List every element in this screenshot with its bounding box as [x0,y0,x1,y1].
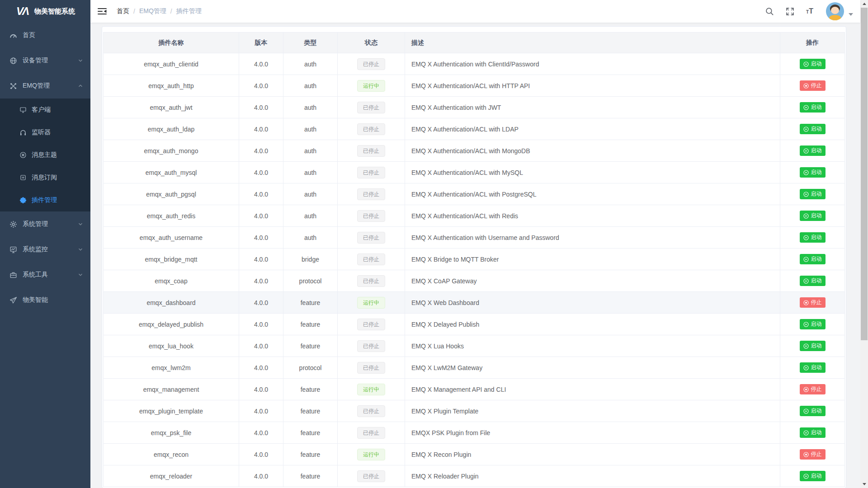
sidebar-item-label: 设备管理 [23,56,48,65]
plugin-name: emqx_auth_clientid [104,53,239,75]
start-button[interactable]: 启动 [800,167,826,178]
start-button[interactable]: 启动 [800,276,826,286]
plugin-name: emqx_auth_pgsql [104,183,239,205]
plugin-description: EMQ X CoAP Gateway [405,270,780,292]
table-row: emqx_delayed_publish4.0.0feature已停止EMQ X… [104,314,845,335]
column-header-name: 插件名称 [104,33,239,53]
stop-button[interactable]: 停止 [800,80,826,91]
start-button[interactable]: 启动 [800,341,826,351]
start-button[interactable]: 启动 [800,189,826,199]
column-header-type: 类型 [283,33,338,53]
chevron-down-icon [78,221,83,227]
stop-button[interactable]: 停止 [800,297,826,308]
plugin-type: feature [283,400,338,422]
status-badge: 已停止 [357,145,385,157]
scroll-down-button[interactable] [860,480,868,488]
plugin-name: emqx_coap [104,270,239,292]
table-row: emqx_auth_jwt4.0.0auth已停止EMQ X Authentic… [104,97,845,118]
font-size-button[interactable]: TT [804,5,815,17]
sidebar-item-plugins[interactable]: 插件管理 [0,189,90,211]
chevron-down-icon [78,58,83,63]
start-button[interactable]: 启动 [800,59,826,69]
sidebar-toggle-button[interactable] [90,0,114,23]
plugin-type: protocol [283,357,338,379]
breadcrumb-current-page: 插件管理 [176,7,202,15]
plugin-description: EMQ X Authentication/ACL with HTTP API [405,75,780,97]
stop-circle-icon [803,452,809,457]
button-label: 启动 [811,430,822,436]
plugin-name: emqx_psk_file [104,422,239,444]
sidebar-item-home[interactable]: 首页 [0,23,90,48]
sidebar-item-emq[interactable]: EMQ管理 [0,73,90,99]
sidebar-item-label: 消息订阅 [32,174,57,182]
plugin-name: emqx_lua_hook [104,335,239,357]
plugin-name: emqx_auth_ldap [104,118,239,140]
page-scrollbar[interactable] [860,0,868,488]
sidebar-item-label: 首页 [23,31,35,39]
plugin-version: 4.0.0 [239,162,283,183]
plugin-version: 4.0.0 [239,465,283,487]
gauge-icon [9,31,17,39]
table-row: emqx_lwm2m4.0.0protocol已停止EMQ X LwM2M Ga… [104,357,845,379]
button-label: 启动 [811,126,822,132]
search-button[interactable] [764,5,776,18]
start-button[interactable]: 启动 [800,406,826,416]
button-label: 停止 [811,386,822,392]
start-button[interactable]: 启动 [800,232,826,243]
plugin-description: EMQ X Web Dashboard [405,292,780,314]
plugin-name: emqx_recon [104,444,239,465]
avatar[interactable] [826,2,844,20]
start-button[interactable]: 启动 [800,319,826,329]
table-row: emqx_recon4.0.0feature运行中EMQ X Recon Plu… [104,444,845,465]
plugin-version: 4.0.0 [239,140,283,162]
breadcrumb-home[interactable]: 首页 [117,7,129,15]
status-badge: 运行中 [357,449,385,460]
play-circle-icon [803,61,809,67]
scroll-up-button[interactable] [860,0,868,8]
play-circle-icon [803,105,809,110]
start-button[interactable]: 启动 [800,254,826,264]
sidebar-item-listeners[interactable]: 监听器 [0,121,90,144]
sidebar-item-topics[interactable]: 消息主题 [0,144,90,166]
scrollbar-thumb[interactable] [861,8,868,340]
start-button[interactable]: 启动 [800,124,826,134]
plugin-type: feature [283,422,338,444]
stop-circle-icon [803,387,809,392]
sidebar-item-label: 插件管理 [32,196,57,204]
plugin-description: EMQ X LwM2M Gateway [405,357,780,379]
sidebar-item-system-tools[interactable]: 系统工具 [0,262,90,287]
start-button[interactable]: 启动 [800,427,826,438]
plugin-type: auth [283,183,338,205]
button-label: 启动 [811,213,822,219]
plugin-version: 4.0.0 [239,444,283,465]
monitor-chart-icon [9,245,17,253]
sidebar-item-label: 监听器 [32,128,51,136]
table-row: emqx_auth_clientid4.0.0auth已停止EMQ X Auth… [104,53,845,75]
stop-circle-icon [803,83,809,89]
plugin-type: feature [283,379,338,400]
fullscreen-button[interactable] [784,5,796,18]
plugin-name: emqx_auth_username [104,227,239,249]
status-badge: 运行中 [357,80,385,92]
sidebar-item-label: 物美智能 [23,296,48,304]
play-circle-icon [803,170,809,175]
start-button[interactable]: 启动 [800,211,826,221]
plugin-type: auth [283,140,338,162]
start-button[interactable]: 启动 [800,471,826,481]
sidebar-item-devices[interactable]: 设备管理 [0,48,90,73]
start-button[interactable]: 启动 [800,102,826,113]
start-button[interactable]: 启动 [800,145,826,156]
plugin-description: EMQ X Authentication with Username and P… [405,227,780,249]
status-badge: 已停止 [357,405,385,417]
plugin-type: auth [283,205,338,227]
user-menu[interactable] [826,2,853,20]
sidebar-item-system-monitor[interactable]: 系统监控 [0,237,90,262]
sidebar-item-clients[interactable]: 客户端 [0,99,90,121]
stop-button[interactable]: 停止 [800,384,826,394]
stop-button[interactable]: 停止 [800,449,826,460]
sidebar-item-system-admin[interactable]: 系统管理 [0,211,90,237]
start-button[interactable]: 启动 [800,362,826,373]
sidebar-item-subscriptions[interactable]: 消息订阅 [0,166,90,189]
sidebar-item-wumei-smart[interactable]: 物美智能 [0,287,90,313]
plugin-name: emqx_delayed_publish [104,314,239,335]
